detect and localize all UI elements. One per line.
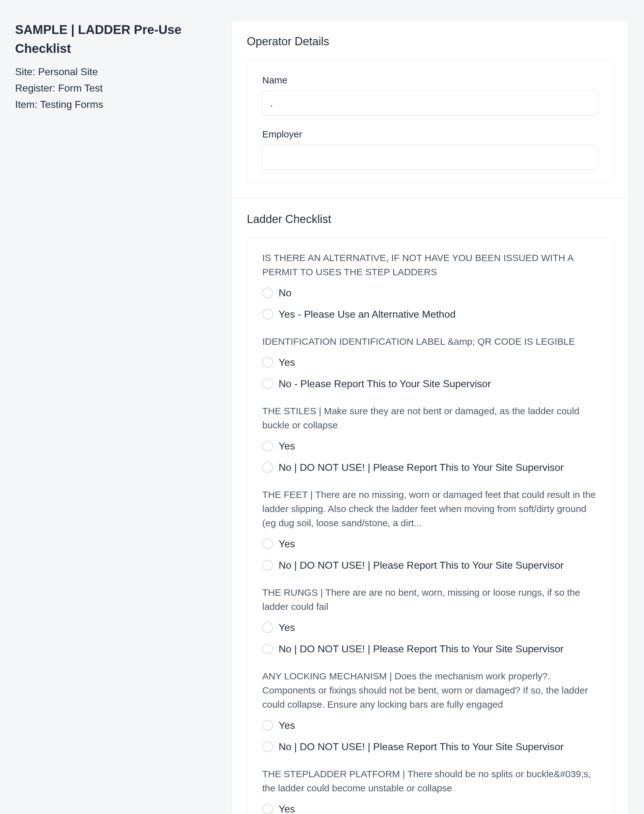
question-text: IDENTIFICATION IDENTIFICATION LABEL &amp… bbox=[262, 334, 598, 349]
name-field-group: Name bbox=[262, 73, 598, 116]
radio-label: Yes bbox=[279, 718, 295, 733]
checklist-question: THE STEPLADDER PLATFORM | There should b… bbox=[262, 767, 598, 814]
radio-option[interactable]: Yes bbox=[262, 438, 598, 453]
radio-icon bbox=[262, 462, 273, 473]
radio-option[interactable]: No | DO NOT USE! | Please Report This to… bbox=[262, 641, 598, 656]
meta-site-value: Personal Site bbox=[38, 66, 98, 77]
radio-icon bbox=[262, 560, 273, 571]
question-text: IS THERE AN ALTERNATIVE, IF NOT HAVE YOU… bbox=[262, 251, 598, 279]
ladder-checklist-title: Ladder Checklist bbox=[247, 211, 613, 228]
ladder-checklist-card: IS THERE AN ALTERNATIVE, IF NOT HAVE YOU… bbox=[247, 238, 613, 814]
question-text: THE RUNGS | There are are no bent, worn,… bbox=[262, 585, 598, 614]
radio-option[interactable]: No bbox=[262, 285, 598, 300]
radio-option[interactable]: Yes bbox=[262, 718, 598, 733]
radio-option[interactable]: No | DO NOT USE! | Please Report This to… bbox=[262, 558, 598, 573]
radio-icon bbox=[262, 720, 273, 731]
employer-label: Employer bbox=[262, 127, 598, 141]
radio-label: No bbox=[279, 285, 291, 300]
checklist-question: ANY LOCKING MECHANISM | Does the mechani… bbox=[262, 669, 598, 754]
radio-icon bbox=[262, 378, 273, 389]
operator-details-title: Operator Details bbox=[247, 33, 613, 50]
radio-icon bbox=[262, 441, 273, 452]
operator-details-card: Name Employer bbox=[247, 60, 613, 183]
form-card: Operator Details Name Employer Ladder Ch… bbox=[232, 20, 629, 814]
ladder-checklist-section: Ladder Checklist IS THERE AN ALTERNATIVE… bbox=[232, 198, 629, 814]
radio-label: Yes bbox=[279, 536, 295, 551]
meta-register-value: Form Test bbox=[58, 82, 103, 94]
question-text: THE FEET | There are no missing, worn or… bbox=[262, 487, 598, 530]
radio-label: Yes bbox=[279, 620, 295, 635]
question-text: THE STILES | Make sure they are not bent… bbox=[262, 404, 598, 432]
radio-icon bbox=[262, 644, 273, 654]
employer-field-group: Employer bbox=[262, 127, 598, 170]
checklist-question: IDENTIFICATION IDENTIFICATION LABEL &amp… bbox=[262, 334, 598, 391]
meta-item-value: Testing Forms bbox=[40, 99, 103, 110]
checklist-question: IS THERE AN ALTERNATIVE, IF NOT HAVE YOU… bbox=[262, 251, 598, 322]
meta-site-label: Site: bbox=[15, 66, 35, 77]
checklist-question: THE STILES | Make sure they are not bent… bbox=[262, 404, 598, 475]
radio-icon bbox=[262, 741, 273, 752]
radio-label: No - Please Report This to Your Site Sup… bbox=[279, 376, 491, 391]
radio-option[interactable]: Yes bbox=[262, 536, 598, 551]
radio-label: Yes bbox=[279, 438, 295, 453]
checklist-question: THE FEET | There are no missing, worn or… bbox=[262, 487, 598, 573]
meta-item-label: Item: bbox=[15, 99, 37, 110]
meta-register: Register: Form Test bbox=[15, 80, 216, 95]
radio-icon bbox=[262, 357, 273, 368]
meta-item: Item: Testing Forms bbox=[15, 97, 216, 112]
question-text: ANY LOCKING MECHANISM | Does the mechani… bbox=[262, 669, 598, 711]
radio-label: Yes - Please Use an Alternative Method bbox=[279, 307, 455, 322]
meta-register-label: Register: bbox=[15, 82, 55, 94]
meta-site: Site: Personal Site bbox=[15, 64, 216, 79]
name-label: Name bbox=[262, 73, 598, 87]
radio-label: No | DO NOT USE! | Please Report This to… bbox=[279, 641, 564, 656]
radio-label: No | DO NOT USE! | Please Report This to… bbox=[279, 460, 564, 475]
radio-icon bbox=[262, 309, 273, 319]
radio-icon bbox=[262, 622, 273, 633]
radio-option[interactable]: Yes bbox=[262, 620, 598, 635]
radio-option[interactable]: No | DO NOT USE! | Please Report This to… bbox=[262, 460, 598, 475]
operator-details-section: Operator Details Name Employer bbox=[232, 20, 629, 198]
radio-label: No | DO NOT USE! | Please Report This to… bbox=[279, 558, 564, 573]
checklist-question: THE RUNGS | There are are no bent, worn,… bbox=[262, 585, 598, 656]
name-input[interactable] bbox=[262, 91, 598, 116]
radio-icon bbox=[262, 539, 273, 549]
employer-input[interactable] bbox=[262, 145, 598, 170]
radio-label: Yes bbox=[279, 355, 295, 370]
radio-label: No | DO NOT USE! | Please Report This to… bbox=[279, 739, 564, 754]
radio-option[interactable]: Yes bbox=[262, 802, 598, 814]
question-text: THE STEPLADDER PLATFORM | There should b… bbox=[262, 767, 598, 795]
radio-option[interactable]: No | DO NOT USE! | Please Report This to… bbox=[262, 739, 598, 754]
radio-option[interactable]: Yes - Please Use an Alternative Method bbox=[262, 307, 598, 322]
radio-option[interactable]: Yes bbox=[262, 355, 598, 370]
page-title: SAMPLE | LADDER Pre-Use Checklist bbox=[15, 20, 216, 58]
radio-label: Yes bbox=[279, 802, 295, 814]
radio-icon bbox=[262, 803, 273, 814]
radio-icon bbox=[262, 287, 273, 298]
radio-option[interactable]: No - Please Report This to Your Site Sup… bbox=[262, 376, 598, 391]
